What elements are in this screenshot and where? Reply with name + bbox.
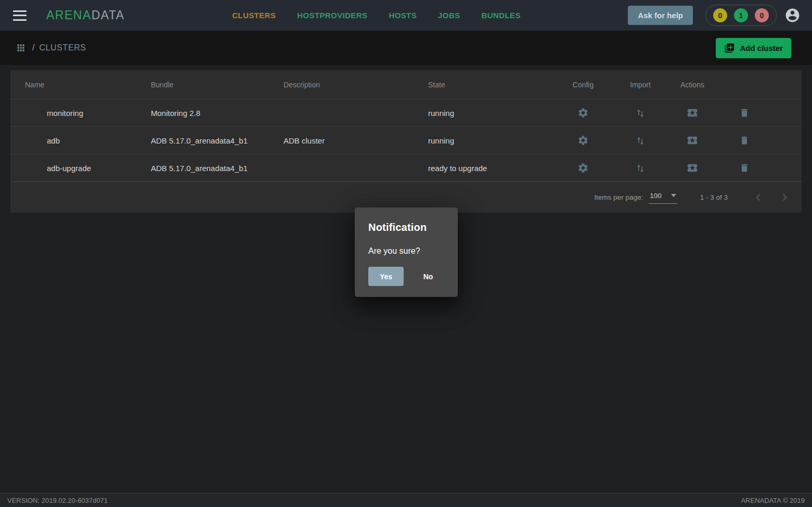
chevron-down-icon [671, 194, 676, 197]
cell-cluster-name[interactable]: monitoring [10, 109, 151, 118]
dialog-actions: Yes No [368, 267, 445, 286]
column-header-bundle: Bundle [151, 81, 283, 89]
clusters-table: Name Bundle Description State Config Imp… [10, 70, 802, 213]
actions-ticket-icon[interactable] [685, 133, 700, 148]
delete-trash-icon[interactable] [737, 106, 752, 120]
cell-cluster-bundle: ADB 5.17.0_arenadata4_b1 [151, 164, 283, 173]
cell-cluster-state: ready to upgrade [428, 164, 552, 173]
jobs-failed-badge[interactable]: 0 [755, 8, 769, 22]
cell-cluster-bundle: Monitoring 2.8 [151, 109, 283, 118]
pagination-range-label: 1 - 3 of 3 [700, 193, 728, 201]
actions-ticket-icon[interactable] [685, 105, 700, 121]
breadcrumb-current[interactable]: CLUSTERS [39, 43, 86, 53]
yes-button[interactable]: Yes [368, 267, 404, 286]
config-gear-icon[interactable] [575, 160, 591, 176]
jobs-warning-badge[interactable]: 0 [713, 8, 727, 22]
import-export-icon[interactable] [633, 106, 648, 120]
version-label: VERSION: 2019.02.20-6037d071 [7, 497, 108, 504]
status-bar: VERSION: 2019.02.20-6037d071 ARENADATA ©… [0, 493, 812, 507]
cell-cluster-bundle: ADB 5.17.0_arenadata4_b1 [151, 136, 283, 145]
import-export-icon[interactable] [633, 161, 648, 175]
page-size-select[interactable]: 100 [649, 191, 677, 204]
cell-cluster-name[interactable]: adb-upgrade [10, 164, 151, 173]
column-header-description: Description [283, 81, 428, 89]
cell-cluster-state: running [428, 109, 552, 118]
items-per-page-label: Items per page: [594, 193, 643, 201]
nav-link-clusters[interactable]: CLUSTERS [232, 11, 276, 20]
nav-link-bundles[interactable]: BUNDLES [482, 11, 521, 20]
hamburger-menu-icon[interactable] [13, 10, 27, 21]
cell-cluster-description: ADB cluster [283, 136, 428, 145]
delete-trash-icon[interactable] [737, 133, 752, 148]
next-page-icon[interactable] [778, 191, 790, 203]
no-button[interactable]: No [412, 267, 444, 286]
add-cluster-button[interactable]: Add cluster [716, 38, 791, 58]
dialog-message: Are you sure? [368, 246, 445, 256]
logo-part-arena: ARENA [46, 8, 92, 22]
ask-for-help-button[interactable]: Ask for help [628, 6, 693, 25]
nav-link-hostproviders[interactable]: HOSTPROVIDERS [297, 11, 367, 20]
pagination-nav [753, 191, 790, 203]
notification-dialog: Notification Are you sure? Yes No [355, 207, 458, 297]
previous-page-icon[interactable] [753, 191, 765, 203]
import-export-icon[interactable] [633, 133, 648, 148]
nav-link-jobs[interactable]: JOBS [438, 11, 460, 20]
dialog-title: Notification [368, 222, 445, 233]
actions-ticket-icon[interactable] [685, 160, 700, 176]
column-header-name: Name [10, 81, 151, 89]
logo-part-data: DATA [92, 8, 125, 22]
add-cluster-label: Add cluster [740, 44, 783, 53]
config-gear-icon[interactable] [575, 105, 591, 121]
top-navbar: ARENADATA CLUSTERS HOSTPROVIDERS HOSTS J… [0, 0, 812, 31]
table-header-row: Name Bundle Description State Config Imp… [10, 70, 802, 99]
delete-trash-icon[interactable] [737, 161, 752, 175]
main-nav: CLUSTERS HOSTPROVIDERS HOSTS JOBS BUNDLE… [125, 11, 628, 20]
column-header-actions: Actions [666, 81, 718, 89]
page-size-value: 100 [650, 192, 662, 200]
column-header-config: Config [552, 81, 614, 89]
job-status-badges: 0 1 0 [705, 5, 777, 26]
cell-cluster-name[interactable]: adb [10, 136, 151, 145]
cell-cluster-state: running [428, 136, 552, 145]
library-add-icon [724, 43, 735, 54]
breadcrumb-bar: / CLUSTERS Add cluster [0, 31, 812, 65]
table-row[interactable]: monitoring Monitoring 2.8 running [10, 99, 802, 126]
nav-link-hosts[interactable]: HOSTS [389, 11, 417, 20]
copyright-label: ARENADATA © 2019 [741, 497, 805, 504]
breadcrumb-separator: / [32, 43, 34, 53]
user-avatar-icon[interactable] [784, 7, 801, 23]
column-header-state: State [428, 81, 552, 89]
column-header-import: Import [614, 81, 666, 89]
table-row[interactable]: adb ADB 5.17.0_arenadata4_b1 ADB cluster… [10, 126, 802, 154]
arenadata-logo: ARENADATA [46, 8, 125, 22]
config-gear-icon[interactable] [575, 133, 591, 148]
apps-grid-icon[interactable] [16, 43, 26, 53]
jobs-success-badge[interactable]: 1 [734, 8, 748, 22]
table-row[interactable]: adb-upgrade ADB 5.17.0_arenadata4_b1 rea… [10, 154, 802, 181]
